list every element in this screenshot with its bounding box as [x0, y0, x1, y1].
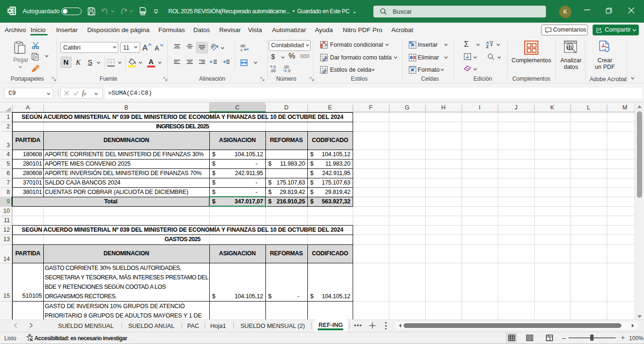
svg-text:ab: ab — [211, 43, 216, 50]
svg-text:Z: Z — [486, 44, 489, 48]
svg-text:,0: ,0 — [287, 68, 290, 72]
svg-text:,00: ,00 — [270, 68, 276, 72]
svg-text:c: c — [240, 47, 243, 52]
